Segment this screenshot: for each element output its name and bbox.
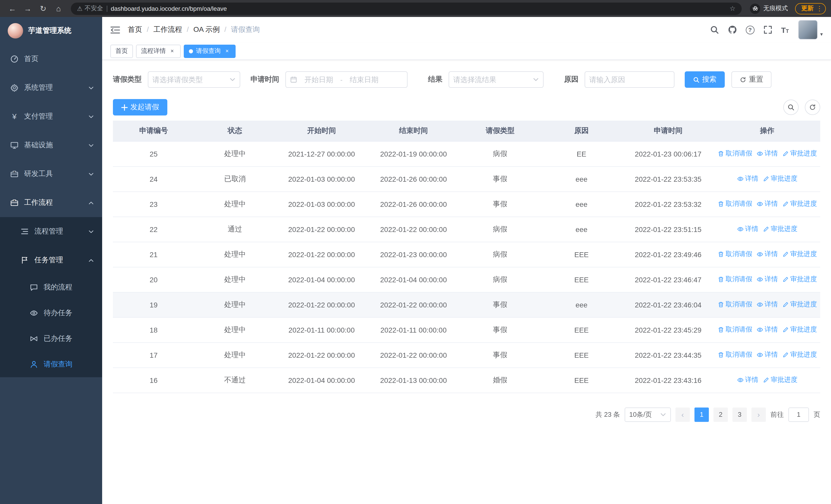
cancel-leave-link[interactable]: 取消请假 (717, 275, 752, 284)
cancel-leave-link[interactable]: 取消请假 (717, 199, 752, 209)
prev-page-button[interactable]: ‹ (676, 407, 690, 422)
chevron-up-icon (88, 200, 94, 206)
chrome-update-chip[interactable]: 更新 ⋮ (795, 3, 826, 14)
table-row: 25处理中2021-12-27 00:00:002022-01-19 00:00… (113, 141, 820, 166)
table-row: 18处理中2022-01-11 00:00:002022-01-11 00:00… (113, 317, 820, 342)
detail-link[interactable]: 详情 (756, 275, 778, 284)
tab-process-detail[interactable]: 流程详情 × (136, 45, 181, 58)
reason-input[interactable] (589, 76, 670, 84)
fullscreen-icon[interactable] (763, 25, 772, 34)
detail-link[interactable]: 详情 (737, 174, 758, 183)
refresh-table-button[interactable] (805, 99, 820, 115)
close-icon[interactable]: × (224, 48, 230, 54)
approval-progress-link[interactable]: 审批进度 (763, 174, 797, 183)
sidebar-item-workflow[interactable]: 工作流程 (0, 188, 102, 217)
sidebar-item-done-tasks[interactable]: 已办任务 (0, 326, 102, 352)
next-page-button[interactable]: › (751, 407, 766, 422)
avatar-caret-icon[interactable]: ▾ (820, 31, 823, 37)
cancel-leave-link[interactable]: 取消请假 (717, 325, 752, 334)
url-text[interactable]: dashboard.yudao.iocoder.cn/bpm/oa/leave (111, 5, 726, 12)
cancel-leave-link[interactable]: 取消请假 (717, 250, 752, 259)
table-toolbar: 发起请假 (113, 99, 820, 116)
cancel-leave-link[interactable]: 取消请假 (717, 350, 752, 359)
page-button-3[interactable]: 3 (733, 407, 747, 422)
approval-progress-link[interactable]: 审批进度 (763, 225, 797, 234)
approval-progress-link[interactable]: 审批进度 (763, 376, 797, 385)
reset-button[interactable]: 重置 (732, 71, 771, 88)
approval-progress-link[interactable]: 审批进度 (782, 149, 817, 158)
sidebar-item-devtools[interactable]: 研发工具 (0, 159, 102, 188)
page-size-select[interactable]: 10条/页 (625, 407, 671, 422)
result-select[interactable] (449, 71, 544, 88)
help-icon[interactable]: ? (746, 25, 754, 34)
sidebar-item-leave-query[interactable]: 请假查询 (0, 352, 102, 377)
user-avatar[interactable] (798, 20, 818, 39)
end-date-input[interactable] (346, 76, 383, 84)
sidebar-item-process-mgmt[interactable]: 流程管理 (0, 217, 102, 246)
trash-icon (717, 301, 724, 308)
detail-link[interactable]: 详情 (756, 350, 778, 359)
sidebar-item-my-process[interactable]: 我的流程 (0, 274, 102, 300)
page-button-2[interactable]: 2 (713, 407, 728, 422)
search-button[interactable]: 搜索 (685, 71, 725, 88)
sidebar-item-infrastructure[interactable]: 基础设施 (0, 131, 102, 159)
pen-icon (763, 377, 769, 383)
eye-icon (737, 176, 744, 182)
approval-progress-link[interactable]: 审批进度 (782, 199, 817, 209)
workflow-submenu: 流程管理 任务管理 我的流程 待办任务 已办 (0, 217, 102, 377)
reason-field[interactable] (584, 71, 675, 88)
breadcrumb-workflow[interactable]: 工作流程 (153, 25, 194, 34)
cell-actions: 详情审批进度 (714, 216, 821, 242)
start-date-input[interactable] (300, 76, 337, 84)
detail-link[interactable]: 详情 (756, 250, 778, 259)
breadcrumb-home[interactable]: 首页 (128, 25, 153, 34)
col-reason: 原因 (541, 121, 622, 141)
close-icon[interactable]: × (169, 48, 175, 54)
date-range-picker[interactable]: - (285, 71, 407, 88)
home-icon[interactable]: ⌂ (51, 1, 66, 16)
back-icon[interactable]: ← (5, 1, 20, 16)
address-bar[interactable]: ⚠ 不安全 dashboard.yudao.iocoder.cn/bpm/oa/… (71, 2, 742, 14)
goto-page-input[interactable] (789, 407, 809, 422)
tab-home[interactable]: 首页 (110, 45, 133, 58)
page-button-1[interactable]: 1 (694, 407, 709, 422)
font-size-icon[interactable]: TT (781, 25, 789, 34)
leave-type-input[interactable] (152, 76, 229, 84)
reload-icon[interactable]: ↻ (36, 1, 50, 16)
leave-type-select[interactable] (148, 71, 240, 88)
result-input[interactable] (453, 76, 533, 84)
sidebar-item-payment[interactable]: ¥ 支付管理 (0, 102, 102, 131)
approval-progress-link[interactable]: 审批进度 (782, 325, 817, 334)
sidebar-item-todo-tasks[interactable]: 待办任务 (0, 300, 102, 326)
bookmark-star-icon[interactable]: ☆ (729, 5, 736, 12)
approval-progress-link[interactable]: 审批进度 (782, 350, 817, 359)
logo-avatar (8, 23, 23, 38)
approval-progress-link[interactable]: 审批进度 (782, 275, 817, 284)
github-icon[interactable] (727, 25, 737, 34)
detail-link[interactable]: 详情 (737, 225, 758, 234)
sidebar-item-system[interactable]: 系统管理 (0, 73, 102, 102)
approval-progress-link[interactable]: 审批进度 (782, 250, 817, 259)
sidebar-item-home[interactable]: 首页 (0, 45, 102, 73)
detail-link[interactable]: 详情 (756, 325, 778, 334)
forward-icon[interactable]: → (21, 1, 35, 16)
security-warning[interactable]: ⚠ 不安全 (77, 4, 103, 13)
create-leave-button[interactable]: 发起请假 (113, 99, 167, 116)
sidebar-item-task-mgmt[interactable]: 任务管理 (0, 246, 102, 274)
toggle-search-button[interactable] (783, 99, 799, 115)
tab-leave-query[interactable]: 请假查询 × (184, 45, 236, 58)
menu-dots-icon[interactable]: ⋮ (816, 5, 823, 12)
search-icon[interactable] (710, 25, 719, 34)
detail-link[interactable]: 详情 (756, 149, 778, 158)
chevron-down-icon (660, 411, 666, 417)
collapse-sidebar-icon[interactable] (110, 25, 120, 34)
approval-progress-link[interactable]: 审批进度 (782, 300, 817, 309)
cancel-leave-link[interactable]: 取消请假 (717, 300, 752, 309)
detail-link[interactable]: 详情 (756, 300, 778, 309)
detail-link[interactable]: 详情 (756, 199, 778, 209)
table-row: 16不通过2022-01-04 00:00:002022-01-13 00:00… (113, 367, 820, 393)
table-row: 21处理中2022-01-22 00:00:002022-01-23 00:00… (113, 242, 820, 267)
detail-link[interactable]: 详情 (737, 376, 758, 385)
cancel-leave-link[interactable]: 取消请假 (717, 149, 752, 158)
breadcrumb-oa-example[interactable]: OA 示例 (194, 25, 231, 34)
